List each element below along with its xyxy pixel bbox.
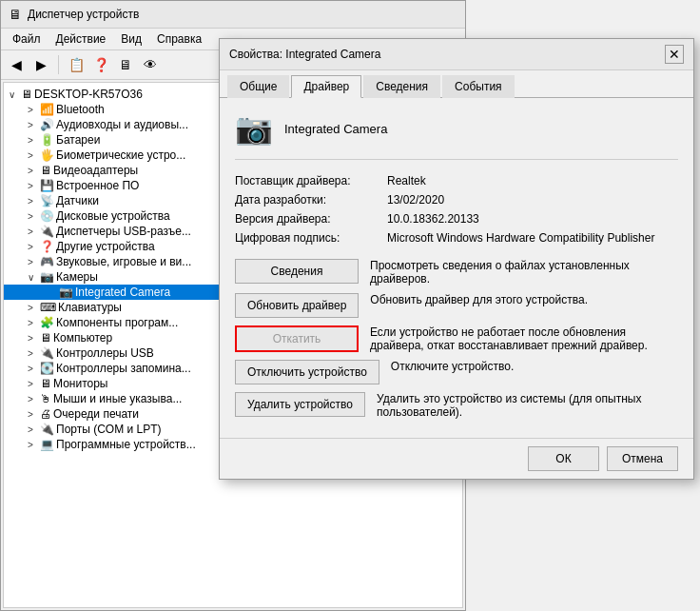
- tree-label-mice: Мыши и иные указыва...: [53, 392, 182, 405]
- action-row-details: Сведения Просмотреть сведения о файлах у…: [235, 259, 678, 286]
- menu-view[interactable]: Вид: [113, 30, 149, 48]
- tree-label-battery: Батареи: [56, 133, 100, 147]
- action-row-disable: Отключить устройство Отключите устройств…: [235, 360, 678, 384]
- field-signature-label: Цифровая подпись:: [235, 228, 387, 247]
- tree-label-audio: Аудиовходы и аудиовы...: [56, 118, 188, 131]
- tab-events[interactable]: События: [442, 75, 515, 98]
- update-driver-button[interactable]: Обновить драйвер: [235, 293, 359, 318]
- tree-expand-keyboards: >: [23, 303, 38, 313]
- disable-device-description: Отключите устройство.: [391, 360, 678, 373]
- tree-icon-audio: 🔊: [40, 118, 54, 131]
- toolbar-properties-button[interactable]: 📋: [65, 53, 88, 76]
- tree-expand-usb-controllers: >: [23, 227, 38, 237]
- tree-expand-software-devices: >: [23, 440, 38, 450]
- tree-icon-ports: 🔌: [40, 423, 54, 436]
- menu-file[interactable]: Файл: [5, 30, 49, 48]
- rollback-button[interactable]: Откатить: [235, 325, 359, 352]
- toolbar-view-button[interactable]: 👁: [139, 53, 162, 76]
- tree-icon-usb: 🔌: [40, 346, 54, 360]
- uninstall-device-button[interactable]: Удалить устройство: [235, 392, 365, 417]
- field-version-value: 10.0.18362.20133: [387, 209, 678, 228]
- device-manager-title: Диспетчер устройств: [28, 8, 139, 21]
- tree-label-sensors: Датчики: [56, 194, 99, 207]
- field-date-value: 13/02/2020: [387, 190, 678, 209]
- tab-details[interactable]: Сведения: [363, 75, 440, 98]
- tree-expand-firmware: >: [23, 181, 38, 191]
- tree-icon-keyboards: ⌨: [40, 301, 56, 314]
- tree-label-ports: Порты (COM и LPT): [56, 423, 162, 436]
- tree-label-sound: Звуковые, игровые и ви...: [56, 255, 191, 268]
- dialog-footer: ОК Отмена: [220, 438, 693, 479]
- tree-icon-print-queues: 🖨: [40, 407, 51, 421]
- tree-label-software-components: Компоненты програм...: [56, 316, 178, 329]
- tree-icon-battery: 🔋: [40, 133, 54, 147]
- tree-label-keyboards: Клавиатуры: [58, 301, 122, 314]
- tree-label-bluetooth: Bluetooth: [56, 103, 105, 116]
- tree-expand-usb: >: [23, 348, 38, 359]
- dialog-close-button[interactable]: ✕: [665, 45, 684, 64]
- tree-icon-storage-controllers: 💽: [40, 362, 54, 375]
- tree-label-print-queues: Очереди печати: [53, 407, 139, 421]
- tree-icon-biometric: 🖐: [40, 148, 54, 162]
- tree-label-other: Другие устройства: [56, 240, 155, 253]
- field-version-label: Версия драйвера:: [235, 209, 387, 228]
- tree-icon-sound: 🎮: [40, 255, 54, 268]
- tree-expand-storage-controllers: >: [23, 364, 38, 374]
- tree-label-usb: Контроллеры USB: [56, 346, 154, 360]
- device-manager-title-bar: 🖥 Диспетчер устройств: [1, 1, 465, 29]
- tree-icon-integrated-camera: 📷: [59, 286, 73, 299]
- tree-label-video: Видеоадаптеры: [53, 164, 138, 177]
- device-header: 📷 Integrated Camera: [235, 109, 678, 160]
- tree-icon-sensors: 📡: [40, 194, 54, 207]
- tree-icon-firmware: 💾: [40, 179, 54, 192]
- tree-label-monitors: Мониторы: [53, 377, 107, 390]
- tree-icon-bluetooth: 📶: [40, 103, 54, 116]
- menu-action[interactable]: Действие: [49, 30, 114, 48]
- device-manager-icon: 🖥: [9, 7, 22, 22]
- field-signature-value: Microsoft Windows Hardware Compatibility…: [387, 228, 678, 247]
- details-description: Просмотреть сведения о файлах установлен…: [370, 259, 678, 286]
- field-version: Версия драйвера: 10.0.18362.20133: [235, 209, 678, 228]
- tree-expand-mice: >: [23, 394, 38, 404]
- uninstall-device-description: Удалить это устройство из системы (для о…: [377, 392, 678, 419]
- ok-button[interactable]: ОК: [528, 446, 599, 471]
- toolbar-forward-button[interactable]: ▶: [29, 53, 52, 76]
- device-name-label: Integrated Camera: [284, 122, 387, 136]
- tree-label-usb-controllers: Диспетчеры USB-разъе...: [56, 225, 191, 238]
- field-date: Дата разработки: 13/02/2020: [235, 190, 678, 209]
- properties-dialog: Свойства: Integrated Camera ✕ Общие Драй…: [219, 38, 694, 480]
- tree-icon-cameras: 📷: [40, 270, 54, 284]
- disable-device-button[interactable]: Отключить устройство: [235, 360, 379, 384]
- tree-label-cameras: Камеры: [56, 270, 98, 284]
- tree-icon-software-devices: 💻: [40, 438, 54, 451]
- tree-expand-disk: >: [23, 211, 38, 222]
- tab-bar: Общие Драйвер Сведения События: [220, 70, 693, 98]
- tree-icon-mice: 🖱: [40, 392, 51, 405]
- action-row-rollback: Откатить Если устройство не работает пос…: [235, 325, 678, 352]
- dialog-title: Свойства: Integrated Camera: [229, 48, 380, 61]
- tree-expand-print-queues: >: [23, 409, 38, 420]
- tree-expand-computer: >: [23, 333, 38, 344]
- details-button[interactable]: Сведения: [235, 259, 359, 284]
- tree-icon-disk: 💿: [40, 209, 54, 223]
- tree-label-storage-controllers: Контроллеры запомина...: [56, 362, 191, 375]
- rollback-description: Если устройство не работает после обновл…: [370, 325, 678, 352]
- toolbar-computer-button[interactable]: 🖥: [114, 53, 137, 76]
- dialog-title-bar: Свойства: Integrated Camera ✕: [220, 39, 693, 70]
- toolbar-back-button[interactable]: ◀: [5, 53, 28, 76]
- tree-icon-software-components: 🧩: [40, 316, 54, 329]
- tree-expand-sound: >: [23, 257, 38, 267]
- dialog-body: 📷 Integrated Camera Поставщик драйвера: …: [220, 98, 693, 438]
- device-large-icon: 📷: [235, 109, 273, 148]
- menu-help[interactable]: Справка: [149, 30, 209, 48]
- tree-icon-other: ❓: [40, 240, 54, 253]
- tab-general[interactable]: Общие: [227, 75, 289, 98]
- tree-label-software-devices: Программные устройств...: [56, 438, 196, 451]
- tree-root-label: DESKTOP-KR57O36: [34, 88, 143, 101]
- tree-label-disk: Дисковые устройства: [56, 209, 170, 223]
- toolbar-help-button[interactable]: ❓: [89, 53, 112, 76]
- tab-driver[interactable]: Драйвер: [291, 75, 361, 98]
- tree-expand-battery: >: [23, 135, 38, 146]
- cancel-button[interactable]: Отмена: [607, 446, 678, 471]
- tree-expand-sensors: >: [23, 196, 38, 207]
